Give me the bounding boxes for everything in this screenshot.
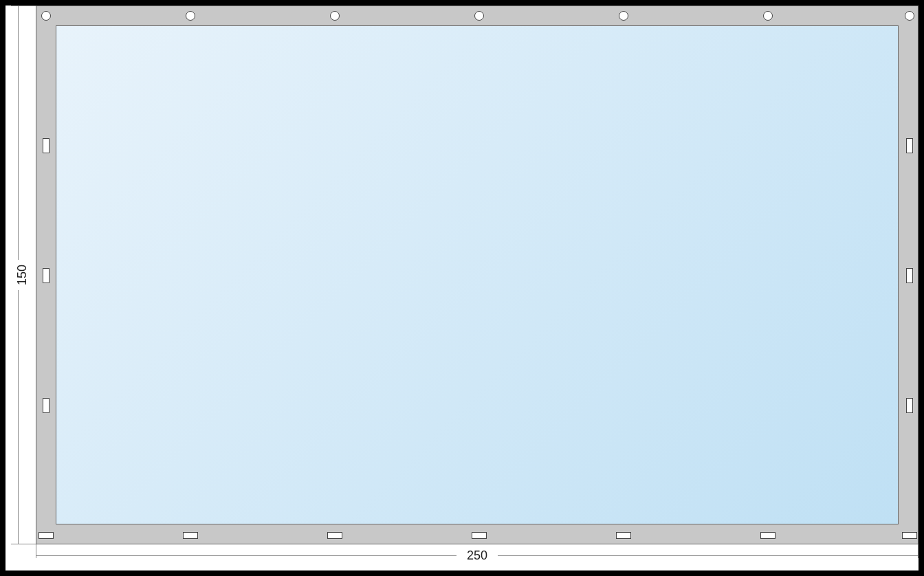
fixing-slot-bottom-4 [472, 532, 487, 539]
fixing-hole-top-4 [474, 11, 484, 21]
drawing-canvas: 150 250 [6, 5, 918, 571]
dimension-height-label: 150 [15, 265, 30, 285]
fixing-slot-bottom-3 [327, 532, 342, 539]
fixing-slot-left-1 [43, 138, 50, 153]
dim-tick-right [918, 544, 918, 558]
dimension-horizontal: 250 [36, 544, 918, 571]
fixing-hole-top-6 [763, 11, 773, 21]
panel-glass [56, 25, 899, 524]
fixing-hole-top-7 [905, 11, 914, 21]
dimension-width-label: 250 [467, 549, 487, 563]
fixing-slot-left-3 [43, 398, 50, 413]
fixing-hole-top-3 [330, 11, 340, 21]
fixing-slot-right-1 [906, 138, 913, 153]
fixing-slot-bottom-2 [183, 532, 198, 539]
dim-line-left [36, 555, 456, 556]
fixing-slot-bottom-5 [616, 532, 631, 539]
dim-line-upper [18, 5, 19, 260]
panel-frame [36, 5, 918, 544]
fixing-slot-left-2 [43, 268, 50, 283]
dim-line-lower [18, 290, 19, 544]
dim-tick-top [11, 5, 36, 6]
fixing-hole-top-5 [619, 11, 628, 21]
fixing-hole-top-2 [186, 11, 195, 21]
fixing-slot-bottom-7 [902, 532, 917, 539]
dim-tick-bottom [11, 544, 36, 544]
fixing-slot-right-3 [906, 398, 913, 413]
dimension-vertical: 150 [6, 5, 36, 544]
fixing-hole-top-1 [41, 11, 51, 21]
dim-tick-left [36, 544, 36, 558]
dim-line-right [498, 555, 918, 556]
fixing-slot-right-2 [906, 268, 913, 283]
fixing-slot-bottom-1 [38, 532, 54, 539]
fixing-slot-bottom-6 [760, 532, 776, 539]
